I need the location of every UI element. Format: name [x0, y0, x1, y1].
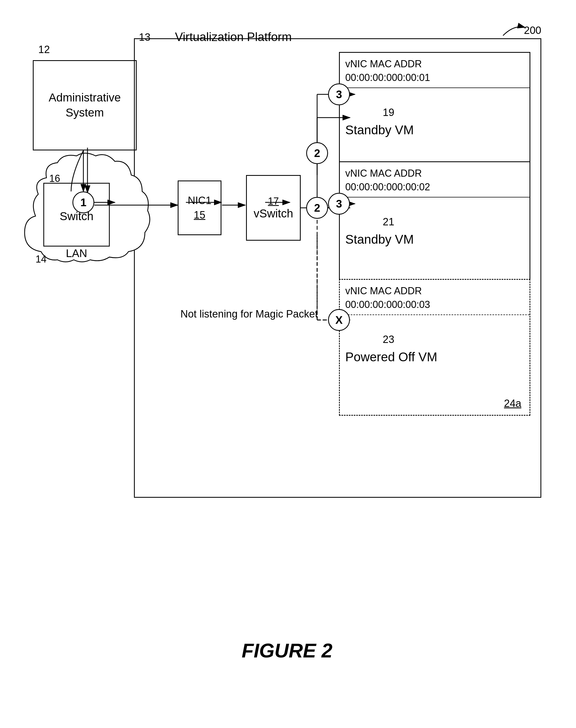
circle-node-2-upper: 2 [306, 142, 328, 164]
circle-node-1: 1 [73, 191, 94, 213]
circle-node-3-vm1: 3 [328, 83, 350, 105]
connection-arrows [17, 17, 558, 563]
circle-node-3-vm2: 3 [328, 193, 350, 215]
admin-to-node1-arrow [79, 148, 96, 197]
nic1-to-vswitch-arrow [222, 197, 249, 213]
switch-to-nic1-arrow [94, 197, 182, 213]
figure-label: FIGURE 2 [242, 639, 333, 662]
circle-node-x-vm3: X [328, 309, 350, 331]
circle-node-2-lower: 2 [306, 197, 328, 219]
